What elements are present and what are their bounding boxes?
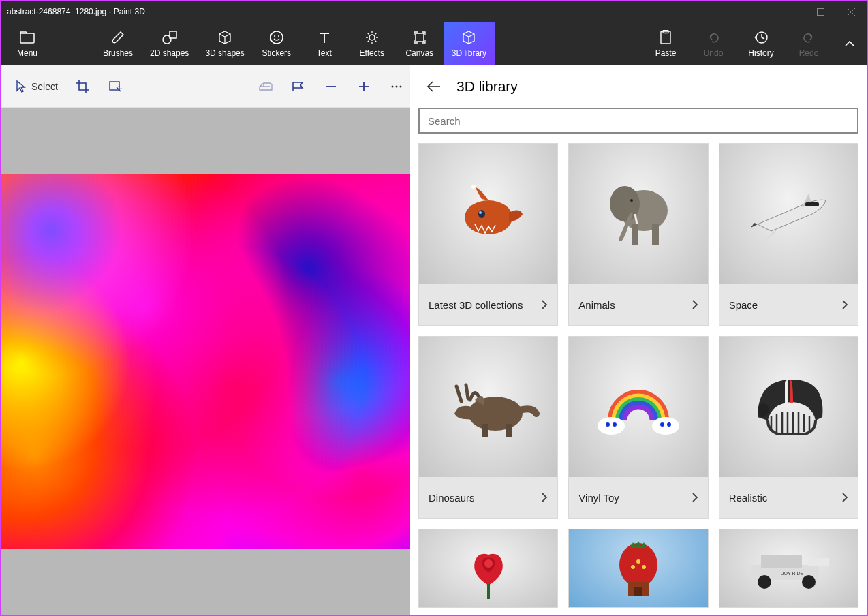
window-title: abstract-2468874_1280.jpg - Paint 3D <box>7 7 775 16</box>
close-button[interactable] <box>836 1 867 22</box>
category-card-partial-2[interactable] <box>568 529 708 608</box>
tab-effects[interactable]: Effects <box>348 22 396 65</box>
category-card-partial-1[interactable] <box>418 529 558 608</box>
category-card-vinyl-toy[interactable]: Vinyl Toy <box>568 336 708 519</box>
chevron-right-icon <box>692 299 698 310</box>
crop-button[interactable] <box>69 73 96 100</box>
svg-point-41 <box>758 403 769 417</box>
svg-point-44 <box>619 543 657 587</box>
svg-rect-33 <box>482 424 488 437</box>
category-card-space[interactable]: Space <box>719 143 858 326</box>
category-label: Animals <box>578 299 615 311</box>
svg-rect-31 <box>805 202 819 206</box>
thumb-voxel <box>569 529 707 607</box>
redo-button[interactable]: Redo <box>785 22 833 65</box>
category-card-animals[interactable]: Animals <box>568 143 708 326</box>
view-3d-button[interactable] <box>252 73 279 100</box>
magic-select-button[interactable] <box>102 73 129 100</box>
minimize-button[interactable] <box>775 1 805 22</box>
category-card-realistic[interactable]: Realistic <box>719 336 858 519</box>
svg-point-49 <box>636 559 640 564</box>
thumb-vehicle: JOY RIDE <box>719 529 858 607</box>
tab-stickers[interactable]: Stickers <box>253 22 300 65</box>
zoom-in-button[interactable] <box>350 73 377 100</box>
thumb-rainbow <box>569 337 707 477</box>
svg-rect-1 <box>818 8 824 15</box>
back-button[interactable] <box>424 76 444 97</box>
redo-icon <box>801 29 817 46</box>
flag-button[interactable] <box>285 73 312 100</box>
tab-text[interactable]: Text <box>300 22 348 65</box>
menu-button[interactable]: Menu <box>1 22 53 65</box>
thumb-anglerfish <box>419 144 557 284</box>
svg-point-9 <box>278 35 279 37</box>
svg-point-21 <box>399 85 401 87</box>
sticker-icon <box>268 29 285 46</box>
svg-rect-43 <box>487 584 490 599</box>
category-card-dinosaurs[interactable]: Dinosaurs <box>418 336 558 519</box>
canvas-icon <box>412 29 428 46</box>
paste-button[interactable]: Paste <box>642 22 689 65</box>
maximize-button[interactable] <box>805 1 836 22</box>
cursor-icon <box>15 80 27 93</box>
svg-point-30 <box>630 199 633 202</box>
library-icon <box>461 29 477 46</box>
category-label: Space <box>729 299 758 311</box>
svg-point-19 <box>391 85 393 87</box>
category-card-partial-3[interactable]: JOY RIDE <box>719 529 858 608</box>
svg-point-10 <box>369 35 375 40</box>
canvas-image <box>1 174 410 549</box>
tab-brushes[interactable]: Brushes <box>94 22 142 65</box>
more-button[interactable] <box>383 73 410 100</box>
collapse-toolbar-button[interactable] <box>833 22 867 65</box>
svg-rect-46 <box>634 587 642 596</box>
svg-rect-51 <box>761 555 802 568</box>
svg-point-25 <box>479 211 482 214</box>
canvas-viewport[interactable] <box>1 108 410 616</box>
svg-rect-29 <box>652 224 659 245</box>
svg-text:JOY RIDE: JOY RIDE <box>781 571 803 576</box>
zoom-out-button[interactable] <box>317 73 345 100</box>
brush-icon <box>110 29 126 46</box>
history-button[interactable]: History <box>737 22 785 65</box>
history-icon <box>753 29 769 46</box>
main-toolbar: Menu Brushes 2D shapes 3D shapes Sticker… <box>1 22 867 65</box>
menu-label: Menu <box>17 48 37 58</box>
tab-canvas[interactable]: Canvas <box>396 22 444 65</box>
svg-point-35 <box>598 417 625 435</box>
undo-button[interactable]: Undo <box>689 22 737 65</box>
crop-icon <box>76 80 89 93</box>
svg-rect-11 <box>416 33 424 42</box>
svg-point-24 <box>478 210 485 218</box>
category-label: Dinosaurs <box>429 492 475 504</box>
category-card-latest[interactable]: Latest 3D collections <box>418 143 558 326</box>
select-button[interactable]: Select <box>10 73 63 100</box>
tab-2d-shapes[interactable]: 2D shapes <box>142 22 197 65</box>
flag-icon <box>292 80 305 93</box>
svg-point-36 <box>652 417 679 435</box>
side-panel: 3D library Latest 3D collections Animals <box>410 108 867 616</box>
category-grid: Latest 3D collections Animals Space <box>418 143 858 608</box>
undo-icon <box>705 29 722 46</box>
panel-title: 3D library <box>456 78 518 95</box>
tab-3d-shapes[interactable]: 3D shapes <box>197 22 252 65</box>
chevron-right-icon <box>541 299 548 310</box>
svg-rect-28 <box>632 224 638 245</box>
search-container <box>418 108 858 134</box>
effects-icon <box>364 29 380 46</box>
title-bar: abstract-2468874_1280.jpg - Paint 3D <box>1 1 867 22</box>
svg-rect-54 <box>809 558 829 566</box>
svg-point-38 <box>613 422 617 427</box>
thumb-helmet <box>719 337 858 477</box>
view-3d-icon <box>258 80 273 93</box>
search-input[interactable] <box>418 108 858 134</box>
text-icon <box>316 29 332 46</box>
category-label: Latest 3D collections <box>429 299 523 311</box>
svg-point-53 <box>802 575 816 589</box>
panel-header: 3D library <box>410 65 867 108</box>
tab-3d-library[interactable]: 3D library <box>444 22 495 65</box>
svg-point-52 <box>758 575 771 589</box>
chevron-right-icon <box>541 492 548 503</box>
svg-rect-4 <box>20 33 34 43</box>
shapes-2d-icon <box>161 29 178 46</box>
